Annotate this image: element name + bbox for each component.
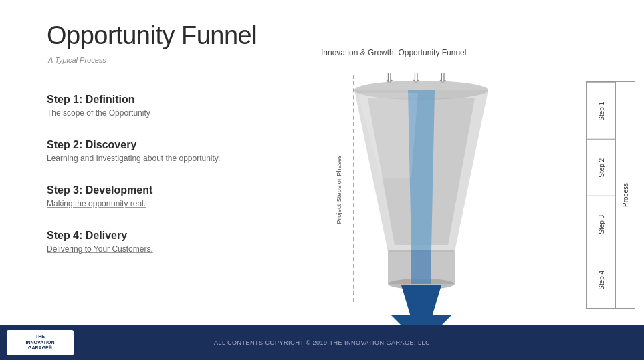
process-column-label: Process <box>615 81 635 309</box>
footer-copyright: ALL CONTENTS COPYRIGHT © 2019 THE INNOVA… <box>214 339 430 346</box>
step-1-title: Step 1: Definition <box>47 94 288 106</box>
step-3: Step 3: Development Making the opportuni… <box>47 184 288 208</box>
logo-line1: THE <box>26 334 55 339</box>
svg-rect-6 <box>411 250 431 284</box>
step-1: Step 1: Definition The scope of the Oppo… <box>47 94 288 118</box>
process-step-4-label: Step 4 <box>587 252 615 308</box>
step-3-desc: Making the opportunity real. <box>47 199 288 208</box>
process-step-3-label: Step 3 <box>587 196 615 252</box>
logo-text: THE INNOVATION GARAGE® <box>26 334 55 351</box>
logo-area: THE INNOVATION GARAGE® <box>7 330 74 355</box>
funnel-svg: ⇓ ⇓ ⇓ <box>314 65 568 339</box>
footer: THE INNOVATION GARAGE® ALL CONTENTS COPY… <box>0 325 644 360</box>
logo-line2: INNOVATION <box>26 340 55 345</box>
main-content: Opportunity Funnel A Typical Process Ste… <box>0 0 644 325</box>
step-4-title: Step 4: Delivery <box>47 230 288 242</box>
step-4-desc: Delivering to Your Customers. <box>47 244 288 254</box>
process-step-1-label: Step 1 <box>587 82 615 139</box>
step-1-desc: The scope of the Opportunity <box>47 108 288 118</box>
step-4: Step 4: Delivery Delivering to Your Cust… <box>47 230 288 254</box>
process-step-2-label: Step 2 <box>587 139 615 196</box>
page-subtitle: A Typical Process <box>48 56 106 64</box>
step-3-title: Step 3: Development <box>47 184 288 196</box>
step-2-desc: Learning and Investigating about the opp… <box>47 154 288 163</box>
process-table: Step 1 Step 2 Step 3 Step 4 Process <box>586 81 635 309</box>
page-title: Opportunity Funnel <box>47 21 257 50</box>
funnel-label: Innovation & Growth, Opportunity Funnel <box>321 48 466 57</box>
logo-line3: GARAGE® <box>26 345 55 351</box>
steps-container: Step 1: Definition The scope of the Oppo… <box>47 94 288 275</box>
funnel-container: Innovation & Growth, Opportunity Funnel … <box>314 48 642 335</box>
step-2-title: Step 2: Discovery <box>47 139 288 151</box>
step-2: Step 2: Discovery Learning and Investiga… <box>47 139 288 163</box>
